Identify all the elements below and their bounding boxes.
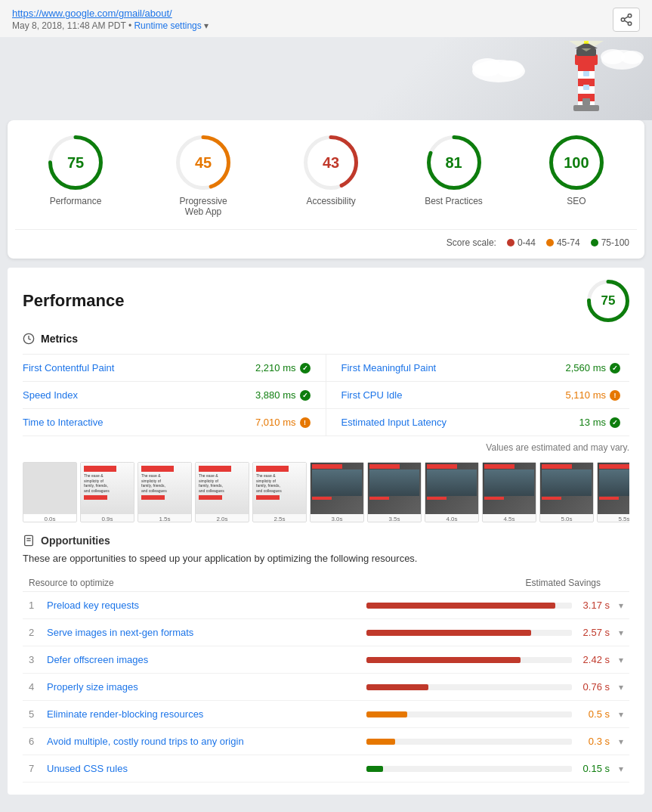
score-item-accessibility[interactable]: 43Accessibility (304, 135, 358, 206)
opp-bar-fill (366, 739, 395, 745)
opportunity-row[interactable]: 6Avoid multiple, costly round trips to a… (23, 728, 629, 755)
metric-value: 2,210 ms (255, 362, 295, 373)
metric-value-wrap: 3,880 ms✓ (255, 389, 310, 401)
opp-bar-fill (366, 711, 407, 717)
score-item-seo[interactable]: 100SEO (549, 135, 604, 206)
opp-bar (366, 684, 572, 690)
opp-savings-wrap: 3.17 s▾ (366, 600, 623, 611)
score-item-best-practices[interactable]: 81Best Practices (425, 135, 483, 206)
metric-status-dot: ✓ (610, 417, 620, 428)
opp-expand-icon[interactable]: ▾ (619, 655, 623, 665)
scale-red: 0-44 (507, 237, 536, 248)
svg-rect-15 (575, 54, 598, 65)
metric-value: 3,880 ms (255, 389, 295, 401)
svg-line-3 (624, 20, 628, 23)
opportunity-row[interactable]: 4Properly size images0.76 s▾ (23, 674, 629, 701)
score-number-accessibility: 43 (323, 154, 339, 172)
opp-desc: These are opportunities to speed up your… (23, 553, 629, 564)
scale-orange-range: 45-74 (557, 237, 580, 248)
opp-expand-icon[interactable]: ▾ (619, 736, 623, 747)
opp-num: 7 (29, 763, 47, 774)
scale-dot-orange (546, 239, 554, 246)
filmstrip-frame: 3.0s (310, 462, 364, 522)
metric-status-dot: ✓ (300, 363, 311, 373)
scale-orange: 45-74 (546, 237, 580, 248)
document-icon (23, 535, 35, 547)
opp-savings-wrap: 0.15 s▾ (366, 763, 623, 774)
svg-rect-18 (573, 105, 599, 111)
header-meta: May 8, 2018, 11:48 AM PDT • Runtime sett… (12, 20, 640, 31)
opp-time: 0.5 s (578, 708, 610, 720)
opp-label: Opportunities (41, 535, 110, 547)
opp-savings-wrap: 0.5 s▾ (366, 708, 623, 720)
opp-name[interactable]: Eliminate render-blocking resources (47, 708, 366, 720)
estimated-note: Values are estimated and may vary. (23, 442, 629, 453)
opp-bar-fill (366, 603, 555, 609)
metric-name[interactable]: Speed Index (23, 389, 78, 401)
opp-num: 3 (29, 654, 47, 665)
filmstrip-frame: 4.5s (482, 462, 536, 522)
runtime-settings-link[interactable]: Runtime settings (134, 20, 201, 31)
score-number-seo: 100 (564, 154, 589, 172)
metric-value: 13 ms (579, 417, 606, 428)
metric-value-wrap: 13 ms✓ (579, 417, 620, 428)
clock-icon (23, 333, 35, 345)
opp-expand-icon[interactable]: ▾ (619, 600, 623, 611)
header-date: May 8, 2018, 11:48 AM PDT (12, 20, 126, 31)
metric-status-dot: ✓ (610, 363, 620, 373)
opportunity-row[interactable]: 5Eliminate render-blocking resources0.5 … (23, 701, 629, 728)
opp-header: Opportunities (23, 535, 629, 547)
opp-expand-icon[interactable]: ▾ (619, 709, 623, 720)
opp-savings-wrap: 2.42 s▾ (366, 654, 623, 665)
metrics-grid: First Contentful Paint2,210 ms✓First Mea… (23, 354, 629, 436)
opp-bar-fill (366, 630, 531, 636)
opp-time: 0.76 s (578, 681, 610, 693)
score-number-best-practices: 81 (445, 154, 462, 172)
metric-name[interactable]: First CPU Idle (341, 389, 403, 401)
opp-name[interactable]: Properly size images (47, 681, 366, 693)
score-scale-label: Score scale: (447, 237, 496, 248)
filmstrip-frame: The ease &simplicity offamily, friends,a… (195, 462, 249, 522)
performance-title-text: Performance (23, 291, 125, 311)
filmstrip-frame: The ease &simplicity offamily, friends,a… (252, 462, 307, 522)
metric-status-dot: ✓ (300, 390, 311, 401)
svg-point-1 (621, 18, 625, 22)
svg-rect-23 (584, 41, 589, 44)
opp-expand-icon[interactable]: ▾ (619, 682, 623, 693)
svg-rect-19 (583, 71, 589, 76)
metric-name[interactable]: Time to Interactive (23, 417, 103, 428)
opp-name[interactable]: Preload key requests (47, 600, 366, 611)
opp-expand-icon[interactable]: ▾ (619, 628, 623, 638)
opportunity-row[interactable]: 7Unused CSS rules0.15 s▾ (23, 755, 629, 783)
filmstrip: 0.0s The ease &simplicity offamily, frie… (23, 462, 629, 522)
opp-name[interactable]: Unused CSS rules (47, 763, 366, 774)
score-number-performance: 75 (67, 154, 84, 172)
opp-bar (366, 657, 572, 663)
performance-title: Performance 75 (23, 280, 629, 322)
metric-name[interactable]: First Contentful Paint (23, 362, 114, 373)
opp-bar (366, 630, 572, 636)
score-circle-accessibility: 43 (304, 135, 358, 190)
opportunity-row[interactable]: 3Defer offscreen images2.42 s▾ (23, 646, 629, 674)
opportunity-row[interactable]: 1Preload key requests3.17 s▾ (23, 592, 629, 619)
svg-line-4 (624, 17, 628, 19)
opportunities-section: Opportunities These are opportunities to… (23, 535, 629, 783)
share-button[interactable] (613, 8, 640, 32)
opp-name[interactable]: Avoid multiple, costly round trips to an… (47, 736, 366, 747)
score-item-performance[interactable]: 75Performance (48, 135, 103, 206)
opp-expand-icon[interactable]: ▾ (619, 764, 623, 774)
filmstrip-frame: 5.0s (539, 462, 594, 522)
opp-savings-wrap: 2.57 s▾ (366, 627, 623, 638)
score-item-pwa[interactable]: 45Progressive Web App (169, 135, 237, 217)
metric-name[interactable]: First Meaningful Paint (341, 362, 437, 373)
lighthouse-banner (0, 37, 652, 120)
opp-table-header: Resource to optimize Estimated Savings (23, 575, 629, 592)
metrics-header: Metrics (23, 333, 629, 345)
svg-point-7 (496, 60, 524, 77)
opp-name[interactable]: Serve images in next-gen formats (47, 627, 366, 638)
svg-point-0 (628, 14, 632, 18)
metric-name[interactable]: Estimated Input Latency (341, 417, 447, 428)
opp-name[interactable]: Defer offscreen images (47, 654, 366, 665)
page-url[interactable]: https://www.google.com/gmail/about/ (12, 8, 640, 19)
opportunity-row[interactable]: 2Serve images in next-gen formats2.57 s▾ (23, 619, 629, 646)
